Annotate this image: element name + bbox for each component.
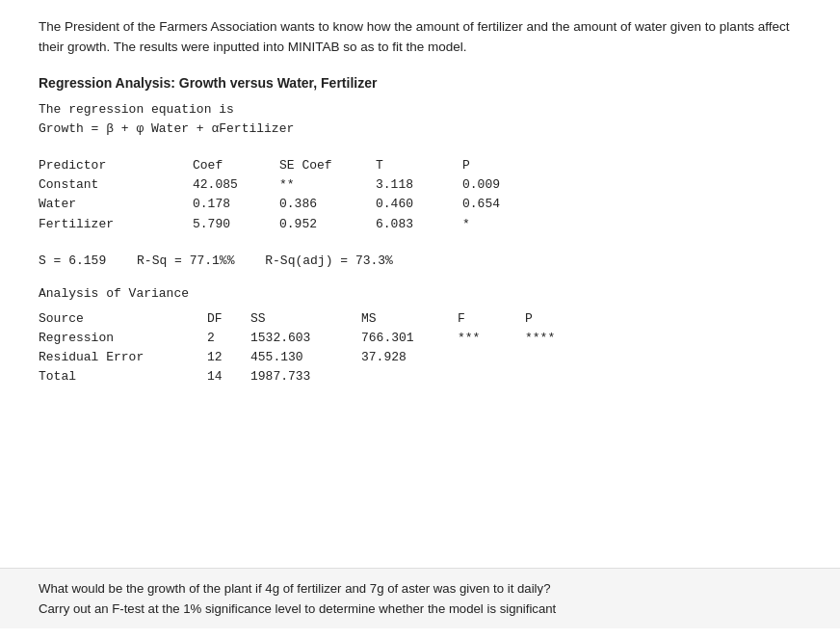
table-row: Water 0.178 0.386 0.460 0.654 <box>39 195 801 214</box>
stat-rsq-adj: R-Sq(adj) = 73.3% <box>265 253 393 268</box>
regression-equation: The regression equation is Growth = β + … <box>39 100 801 139</box>
anova-row3-ms <box>361 367 458 387</box>
anova-col-f-header: F <box>458 309 525 329</box>
col-predictor-header: Predictor <box>39 156 193 175</box>
anova-row1-df: 2 <box>207 329 250 348</box>
table-row: Total 14 1987.733 <box>39 367 801 387</box>
row1-p: 0.009 <box>462 175 539 195</box>
bottom-questions: What would be the growth of the plant if… <box>0 568 840 628</box>
row2-p: 0.654 <box>462 195 539 214</box>
row2-coef: 0.178 <box>193 195 279 214</box>
anova-col-ss-header: SS <box>250 309 361 329</box>
question1: What would be the growth of the plant if… <box>39 578 801 599</box>
question2: Carry out an F-test at the 1% significan… <box>39 599 801 619</box>
row2-name: Water <box>39 195 193 214</box>
anova-col-p-header: P <box>525 309 592 329</box>
row3-p: * <box>462 215 539 234</box>
row3-name: Fertilizer <box>39 215 193 234</box>
anova-row3-source: Total <box>39 367 207 387</box>
col-coef-header: Coef <box>193 156 279 175</box>
anova-row1-f: *** <box>458 329 525 348</box>
row3-t: 6.083 <box>376 215 462 234</box>
table-row: Constant 42.085 ** 3.118 0.009 <box>39 175 801 195</box>
anova-col-source-header: Source <box>39 309 207 329</box>
col-secoef-header: SE Coef <box>279 156 376 175</box>
anova-section: Analysis of Variance Source DF SS MS F P… <box>39 284 801 387</box>
table-row: Residual Error 12 455.130 37.928 <box>39 348 801 367</box>
stats-line: S = 6.159 R-Sq = 77.1%% R-Sq(adj) = 73.3… <box>39 252 801 271</box>
table-row: Fertilizer 5.790 0.952 6.083 * <box>39 215 801 234</box>
anova-header: Source DF SS MS F P <box>39 309 801 329</box>
regression-line1: The regression equation is <box>39 100 801 120</box>
stat-s: S = 6.159 <box>39 253 106 268</box>
anova-row2-df: 12 <box>207 348 250 367</box>
row3-coef: 5.790 <box>193 215 279 234</box>
anova-col-ms-header: MS <box>361 309 458 329</box>
col-t-header: T <box>376 156 462 175</box>
stat-rsq: R-Sq = 77.1%% <box>137 253 234 268</box>
anova-row2-ss: 455.130 <box>250 348 361 367</box>
anova-row2-ms: 37.928 <box>361 348 458 367</box>
anova-row3-p <box>525 367 592 387</box>
anova-row1-ss: 1532.603 <box>250 329 361 348</box>
anova-title: Analysis of Variance <box>39 284 801 304</box>
section-title: Regression Analysis: Growth versus Water… <box>39 75 801 91</box>
anova-row1-ms: 766.301 <box>361 329 458 348</box>
anova-row2-p <box>525 348 592 367</box>
row2-t: 0.460 <box>376 195 462 214</box>
predictor-header: Predictor Coef SE Coef T P <box>39 156 801 175</box>
row2-se: 0.386 <box>279 195 376 214</box>
row1-coef: 42.085 <box>193 175 279 195</box>
anova-row3-f <box>458 367 525 387</box>
intro-paragraph: The President of the Farmers Association… <box>39 17 790 58</box>
anova-row2-f <box>458 348 525 367</box>
anova-row3-df: 14 <box>207 367 250 387</box>
table-row: Regression 2 1532.603 766.301 *** **** <box>39 329 801 348</box>
row1-t: 3.118 <box>376 175 462 195</box>
row1-se: ** <box>279 175 376 195</box>
regression-line2: Growth = β + φ Water + αFertilizer <box>39 120 801 139</box>
anova-col-df-header: DF <box>207 309 250 329</box>
row1-name: Constant <box>39 175 193 195</box>
anova-row1-source: Regression <box>39 329 207 348</box>
row3-se: 0.952 <box>279 215 376 234</box>
anova-row3-ss: 1987.733 <box>250 367 361 387</box>
anova-row2-source: Residual Error <box>39 348 207 367</box>
col-p-header: P <box>462 156 539 175</box>
main-content: The President of the Farmers Association… <box>0 0 840 407</box>
predictor-table: Predictor Coef SE Coef T P Constant 42.0… <box>39 156 801 234</box>
anova-row1-p: **** <box>525 329 592 348</box>
